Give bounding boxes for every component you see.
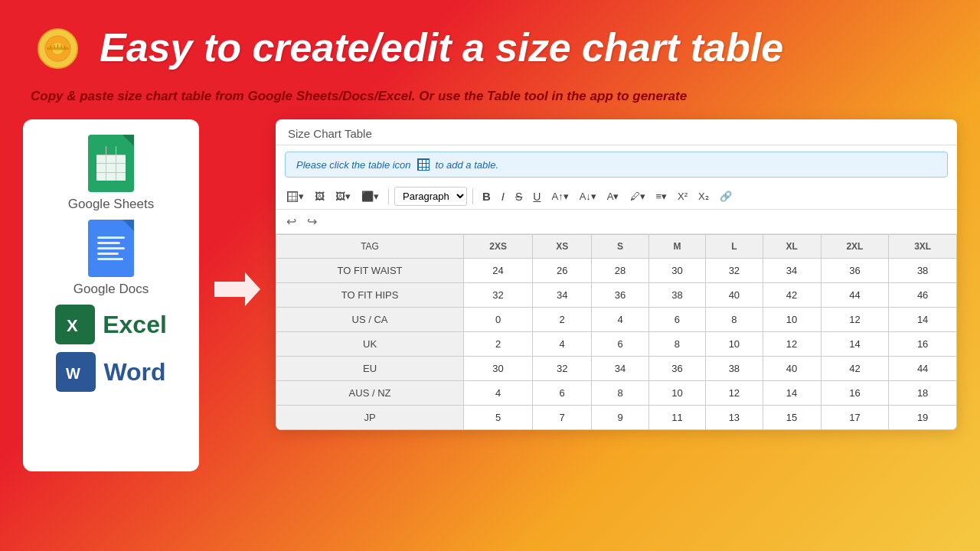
- cell-value: 2: [533, 308, 592, 332]
- text-size-up-btn[interactable]: A↑▾: [547, 188, 572, 204]
- col-header-xs: XS: [533, 235, 592, 259]
- cell-value: 2: [464, 332, 533, 357]
- cell-value: 34: [763, 259, 821, 283]
- cell-value: 10: [706, 332, 763, 357]
- cell-value: 24: [464, 259, 533, 283]
- header-section: Easy to create/edit a size chart table: [0, 0, 980, 83]
- subtitle: Copy & paste size chart table from Googl…: [0, 83, 980, 119]
- cell-value: 13: [706, 406, 763, 430]
- cell-value: 42: [821, 357, 889, 381]
- cell-value: 44: [821, 283, 889, 308]
- image-btn[interactable]: 🖼: [311, 188, 328, 204]
- cell-value: 4: [464, 381, 533, 406]
- cell-value: 30: [648, 259, 705, 283]
- cell-value: 32: [706, 259, 763, 283]
- content-area: Google Sheets Google Docs X: [0, 119, 980, 471]
- cell-value: 32: [533, 357, 592, 381]
- col-header-m: M: [648, 235, 705, 259]
- cell-value: 12: [763, 332, 821, 357]
- align-btn[interactable]: ≡▾: [652, 188, 671, 204]
- sheets-grid: [96, 146, 126, 181]
- cell-value: 6: [533, 381, 592, 406]
- table-body: TO FIT WAIST2426283032343638TO FIT HIPS3…: [276, 259, 957, 430]
- table-row: AUS / NZ4681012141618: [276, 381, 957, 406]
- right-panel: Size Chart Table Please click the table …: [276, 119, 957, 430]
- page-title: Easy to create/edit a size chart table: [100, 26, 783, 70]
- editor-hint: Please click the table icon to add a tab…: [285, 152, 948, 178]
- table-header-row: TAG 2XS XS S M L XL 2XL 3XL: [276, 235, 957, 259]
- bold-btn[interactable]: B: [479, 187, 495, 205]
- underline-btn[interactable]: U: [529, 188, 544, 205]
- separator1: [388, 189, 389, 204]
- app-item-sheets: Google Sheets: [34, 135, 188, 212]
- app-item-excel: X Excel: [55, 305, 167, 344]
- svg-marker-13: [214, 272, 260, 306]
- size-chart-table: TAG 2XS XS S M L XL 2XL 3XL TO FIT WAIST…: [276, 234, 957, 430]
- col-header-s: S: [592, 235, 648, 259]
- superscript-btn[interactable]: X²: [674, 188, 691, 204]
- cell-value: 10: [648, 381, 705, 406]
- cell-value: 4: [592, 308, 648, 332]
- cell-value: 40: [763, 357, 821, 381]
- cell-value: 30: [464, 357, 533, 381]
- row-label: US / CA: [276, 308, 464, 332]
- table-row: JP5791113151719: [276, 406, 957, 430]
- table-row: UK246810121416: [276, 332, 957, 357]
- redo-btn[interactable]: ↪: [304, 213, 320, 230]
- logo-icon: [31, 21, 84, 75]
- cell-value: 36: [648, 357, 705, 381]
- col-header-2xl: 2XL: [821, 235, 889, 259]
- image2-btn[interactable]: 🖼▾: [332, 188, 354, 204]
- doc-line: [97, 242, 120, 244]
- strikethrough-btn[interactable]: S: [511, 188, 526, 205]
- docs-lines: [91, 229, 131, 268]
- cell-value: 17: [821, 406, 889, 430]
- cell-value: 38: [706, 357, 763, 381]
- excel-icon: X: [55, 305, 95, 344]
- embed-btn[interactable]: ⬛▾: [358, 188, 383, 204]
- undo-btn[interactable]: ↩: [283, 213, 299, 230]
- cell-value: 6: [592, 332, 648, 357]
- cell-value: 16: [821, 381, 889, 406]
- link-btn[interactable]: 🔗: [716, 188, 736, 204]
- row-label: UK: [276, 332, 464, 357]
- arrow-right-icon: [214, 272, 260, 306]
- table-tool-btn[interactable]: ▾: [283, 188, 308, 204]
- docs-icon: [88, 220, 134, 277]
- font-color-btn[interactable]: A▾: [603, 188, 623, 204]
- cell-value: 14: [821, 332, 889, 357]
- subscript-btn[interactable]: X₂: [694, 188, 713, 204]
- row-label: AUS / NZ: [276, 381, 464, 406]
- hint-text: Please click the table icon: [296, 159, 411, 171]
- cell-value: 18: [889, 381, 957, 406]
- toolbar-row1: ▾ 🖼 🖼▾ ⬛▾ Paragraph B I S U A↑▾ A↓▾ A▾ 🖊…: [276, 184, 957, 210]
- cell-value: 19: [889, 406, 957, 430]
- cell-value: 38: [889, 259, 957, 283]
- col-header-xl: XL: [763, 235, 821, 259]
- word-label: Word: [103, 358, 165, 386]
- cell-value: 32: [464, 283, 533, 308]
- cell-value: 0: [464, 308, 533, 332]
- cell-value: 42: [763, 283, 821, 308]
- italic-btn[interactable]: I: [498, 187, 508, 205]
- cell-value: 5: [464, 406, 533, 430]
- col-header-3xl: 3XL: [889, 235, 957, 259]
- text-size-down-btn[interactable]: A↓▾: [576, 188, 600, 204]
- doc-line: [97, 253, 119, 255]
- cell-value: 8: [592, 381, 648, 406]
- cell-value: 36: [821, 259, 889, 283]
- paragraph-select[interactable]: Paragraph: [394, 187, 467, 206]
- app-item-docs: Google Docs: [34, 220, 188, 297]
- row-label: JP: [276, 406, 464, 430]
- cell-value: 44: [889, 357, 957, 381]
- cell-value: 9: [592, 406, 648, 430]
- size-table-wrapper: TAG 2XS XS S M L XL 2XL 3XL TO FIT WAIST…: [276, 234, 957, 430]
- cell-value: 4: [533, 332, 592, 357]
- table-row: TO FIT HIPS3234363840424446: [276, 283, 957, 308]
- cell-value: 12: [706, 381, 763, 406]
- highlight-btn[interactable]: 🖊▾: [626, 188, 649, 204]
- cell-value: 7: [533, 406, 592, 430]
- cell-value: 34: [533, 283, 592, 308]
- cell-value: 38: [648, 283, 705, 308]
- svg-text:W: W: [66, 365, 80, 382]
